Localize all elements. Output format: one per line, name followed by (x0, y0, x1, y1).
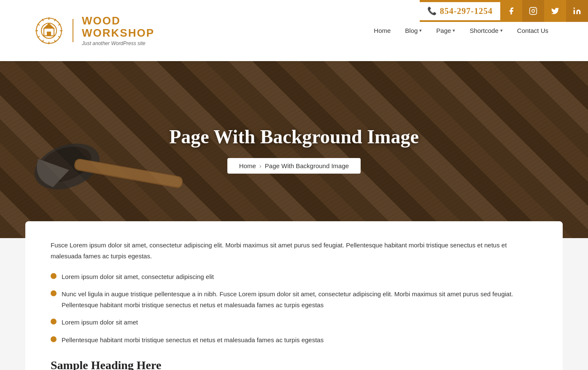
linkedin-icon[interactable] (566, 0, 588, 22)
list-item: Nunc vel ligula in augue tristique pelle… (51, 289, 537, 310)
nav-contact[interactable]: Contact Us (511, 24, 554, 38)
nav-shortcode[interactable]: Shortcode ▾ (464, 24, 508, 38)
page-chevron-icon: ▾ (453, 28, 455, 33)
breadcrumb-separator: › (259, 162, 262, 169)
list-item: Lorem ipsum dolor sit amet (51, 317, 537, 328)
top-bar: 📞 854-297-1254 (420, 0, 588, 22)
twitter-icon[interactable] (544, 0, 566, 22)
breadcrumb-current: Page With Background Image (265, 162, 349, 169)
instagram-icon[interactable] (522, 0, 544, 22)
logo-subtitle: Just another WordPress site (82, 40, 154, 46)
list-item: Lorem ipsum dolor sit amet, consectetur … (51, 271, 537, 282)
intro-paragraph: Fusce Lorem ipsum dolor sit amet, consec… (51, 240, 537, 262)
logo-area: WOODWORKSHOP Just another WordPress site (34, 15, 154, 46)
nav-blog[interactable]: Blog ▾ (399, 24, 428, 38)
content-area: Fusce Lorem ipsum dolor sit amet, consec… (25, 221, 563, 370)
svg-rect-20 (47, 32, 51, 36)
facebook-icon[interactable] (500, 0, 522, 22)
logo-icon (34, 16, 64, 46)
hero-section: Page With Background Image Home › Page W… (0, 61, 588, 238)
breadcrumb-home-link[interactable]: Home (239, 162, 256, 169)
svg-rect-0 (530, 8, 537, 15)
phone-icon: 📞 (427, 6, 437, 16)
bullet-dot-icon (51, 290, 57, 296)
blog-chevron-icon: ▾ (419, 28, 422, 33)
svg-point-4 (36, 18, 62, 43)
logo-title: WOODWORKSHOP (82, 15, 154, 39)
main-nav: Home Blog ▾ Page ▾ Shortcode ▾ Contact U… (368, 24, 554, 38)
shortcode-chevron-icon: ▾ (500, 28, 503, 33)
logo-divider (73, 19, 73, 42)
svg-point-1 (532, 10, 535, 13)
phone-number: 854-297-1254 (440, 6, 493, 16)
nav-home[interactable]: Home (368, 24, 396, 38)
breadcrumb: Home › Page With Background Image (227, 158, 361, 174)
svg-point-3 (574, 8, 575, 9)
page-title: Page With Background Image (169, 126, 419, 148)
social-icons (500, 0, 588, 22)
bullet-dot-icon (51, 319, 57, 324)
bullet-list: Lorem ipsum dolor sit amet, consectetur … (51, 271, 537, 346)
bullet-dot-icon (51, 273, 57, 279)
section-heading: Sample Heading Here (51, 359, 537, 370)
logo-text: WOODWORKSHOP Just another WordPress site (82, 15, 154, 46)
list-item: Pellentesque habitant morbi tristique se… (51, 335, 537, 346)
bullet-dot-icon (51, 336, 57, 342)
phone-area: 📞 854-297-1254 (420, 2, 500, 20)
svg-point-2 (535, 9, 536, 10)
nav-page[interactable]: Page ▾ (430, 24, 461, 38)
